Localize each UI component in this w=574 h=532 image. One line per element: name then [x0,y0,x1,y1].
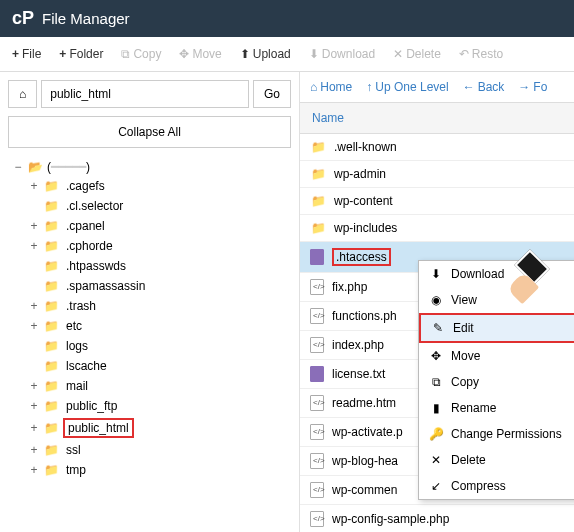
nav-up[interactable]: ↑Up One Level [366,80,448,94]
folder-icon: 📁 [44,199,59,213]
cm-rename[interactable]: ▮Rename [419,395,574,421]
folder-icon: 📁 [310,221,326,235]
home-icon: ⌂ [310,80,317,94]
tree-item[interactable]: +📁public_html [12,416,291,440]
download-button[interactable]: ⬇Download [301,43,383,65]
new-folder-button[interactable]: +Folder [51,43,111,65]
file-name: .well-known [334,140,397,154]
key-icon: 🔑 [429,427,443,441]
expand-icon[interactable]: + [28,421,40,435]
path-input[interactable] [41,80,249,108]
file-row[interactable]: 📁wp-admin [300,161,574,188]
column-name[interactable]: Name [300,103,574,134]
cm-edit[interactable]: ✎Edit [419,313,574,343]
file-name: functions.ph [332,309,397,323]
file-row[interactable]: 📁wp-content [300,188,574,215]
file-name: index.php [332,338,384,352]
cpanel-logo: cP [12,8,34,29]
file-row[interactable]: </>wp-config-sample.php [300,505,574,532]
tree-item[interactable]: +📁ssl [12,440,291,460]
tree-root[interactable]: − 📂 (━━━━━) [12,158,291,176]
tree-item[interactable]: +📁public_ftp [12,396,291,416]
upload-button[interactable]: ⬆Upload [232,43,299,65]
tree-item[interactable]: 📁.spamassassin [12,276,291,296]
copy-icon: ⧉ [121,47,130,61]
file-icon: </> [310,511,324,527]
expand-icon[interactable]: + [28,299,40,313]
tree-item[interactable]: +📁etc [12,316,291,336]
home-button[interactable]: ⌂ [8,80,37,108]
tree-label: logs [63,338,91,354]
file-icon: </> [310,395,324,411]
main-area: ⌂ Go Collapse All − 📂 (━━━━━) +📁.cagefs📁… [0,72,574,532]
expand-icon[interactable]: + [28,319,40,333]
eye-icon: ◉ [429,293,443,307]
file-name: wp-blog-hea [332,454,398,468]
folder-icon: 📁 [44,239,59,253]
tree-item[interactable]: 📁logs [12,336,291,356]
expand-icon[interactable]: + [28,399,40,413]
tree-item[interactable]: +📁mail [12,376,291,396]
pointer-cursor-icon [518,256,546,278]
upload-icon: ⬆ [240,47,250,61]
tree-label: etc [63,318,85,334]
cm-move[interactable]: ✥Move [419,343,574,369]
file-row[interactable]: 📁.well-known [300,134,574,161]
cm-permissions[interactable]: 🔑Change Permissions [419,421,574,447]
restore-icon: ↶ [459,47,469,61]
copy-icon: ⧉ [429,375,443,389]
tree-item[interactable]: +📁.cpanel [12,216,291,236]
restore-button[interactable]: ↶Resto [451,43,511,65]
move-button[interactable]: ✥Move [171,43,229,65]
nav-back[interactable]: ←Back [463,80,505,94]
folder-icon: 📁 [44,443,59,457]
tree-item[interactable]: 📁lscache [12,356,291,376]
file-icon: </> [310,453,324,469]
cm-download[interactable]: ⬇Download [419,261,574,287]
back-icon: ← [463,80,475,94]
expand-icon[interactable]: + [28,463,40,477]
file-name: fix.php [332,280,367,294]
folder-icon: 📁 [310,194,326,208]
file-row[interactable]: 📁wp-includes [300,215,574,242]
folder-icon: 📁 [44,299,59,313]
right-nav: ⌂Home ↑Up One Level ←Back →Fo [300,72,574,103]
cm-view[interactable]: ◉View [419,287,574,313]
go-button[interactable]: Go [253,80,291,108]
tree-label: lscache [63,358,110,374]
tree-label: .cagefs [63,178,108,194]
folder-icon: 📁 [44,179,59,193]
nav-home[interactable]: ⌂Home [310,80,352,94]
cm-delete[interactable]: ✕Delete [419,447,574,473]
tag-icon: ▮ [429,401,443,415]
expand-icon[interactable]: + [28,379,40,393]
file-name: wp-admin [334,167,386,181]
left-panel: ⌂ Go Collapse All − 📂 (━━━━━) +📁.cagefs📁… [0,72,300,532]
expand-icon[interactable]: + [28,219,40,233]
tree-label: .trash [63,298,99,314]
tree-label: tmp [63,462,89,478]
tree-item[interactable]: 📁.cl.selector [12,196,291,216]
file-name: wp-includes [334,221,397,235]
tree-item[interactable]: +📁.trash [12,296,291,316]
path-bar: ⌂ Go [8,80,291,108]
tree-item[interactable]: +📁tmp [12,460,291,480]
tree-label: .cpanel [63,218,108,234]
collapse-all-button[interactable]: Collapse All [8,116,291,148]
expand-icon[interactable]: + [28,443,40,457]
file-name: wp-config-sample.php [332,512,449,526]
copy-button[interactable]: ⧉Copy [113,43,169,65]
expand-icon[interactable]: + [28,239,40,253]
delete-button[interactable]: ✕Delete [385,43,449,65]
collapse-icon[interactable]: − [12,160,24,174]
tree-item[interactable]: 📁.htpasswds [12,256,291,276]
file-name: license.txt [332,367,385,381]
nav-forward[interactable]: →Fo [518,80,547,94]
new-file-button[interactable]: +File [4,43,49,65]
tree-label: .cphorde [63,238,116,254]
tree-item[interactable]: +📁.cagefs [12,176,291,196]
tree-item[interactable]: +📁.cphorde [12,236,291,256]
cm-copy[interactable]: ⧉Copy [419,369,574,395]
expand-icon[interactable]: + [28,179,40,193]
cm-compress[interactable]: ↙Compress [419,473,574,499]
